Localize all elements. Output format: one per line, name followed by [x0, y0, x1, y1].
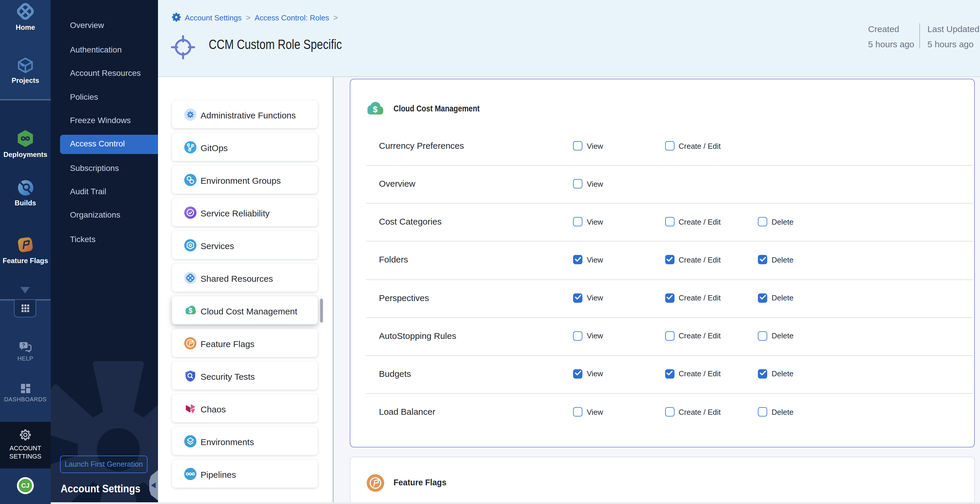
svg-text:$: $: [372, 105, 377, 114]
svg-text:$: $: [189, 306, 192, 314]
svg-text:?: ?: [22, 343, 25, 348]
